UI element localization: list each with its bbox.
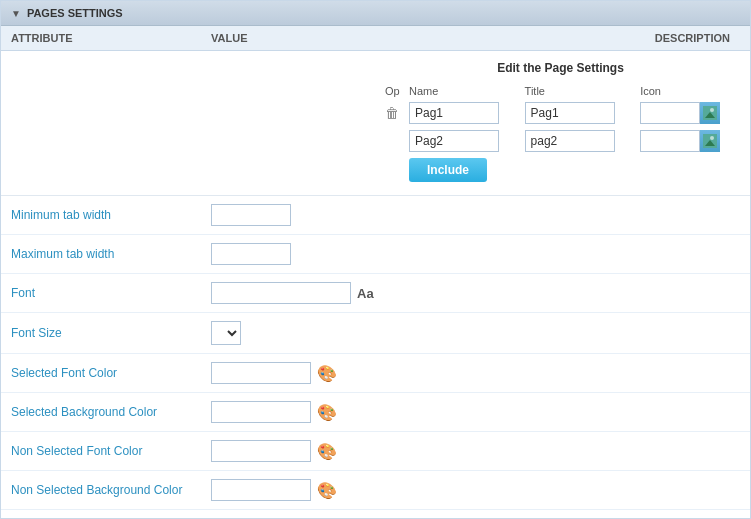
non-selected-bg-color-label: Non Selected Background Color (11, 483, 211, 497)
non-selected-font-color-label: Non Selected Font Color (11, 444, 211, 458)
col-value-label: VALUE (211, 32, 431, 44)
selected-font-color-input[interactable] (211, 362, 311, 384)
page1-icon-field (640, 102, 736, 124)
font-size-label: Font Size (11, 326, 211, 340)
non-selected-bg-color-value: 🎨 (211, 479, 337, 501)
title-header: Title (521, 83, 637, 99)
non-selected-bg-color-input[interactable] (211, 479, 311, 501)
description-panel: Edit the Page Settings Op Name Title Ico… (1, 51, 750, 196)
columns-header: ATTRIBUTE VALUE DESCRIPTION (1, 26, 750, 51)
selected-bg-color-value: 🎨 (211, 401, 337, 423)
page2-title-input[interactable] (525, 130, 615, 152)
setting-font-size: Font Size (1, 313, 750, 354)
setting-non-selected-bg-color: Non Selected Background Color 🎨 (1, 471, 750, 510)
max-tab-width-input[interactable] (211, 243, 291, 265)
font-size-value (211, 321, 241, 345)
font-preview-icon: Aa (357, 286, 374, 301)
table-row: 🗑 (381, 99, 740, 127)
table-row (381, 127, 740, 155)
page2-name-input[interactable] (409, 130, 499, 152)
min-tab-width-label: Minimum tab width (11, 208, 211, 222)
panel-header: ▼ PAGES SETTINGS (1, 1, 750, 26)
page2-icon-field (640, 130, 736, 152)
op-header: Op (381, 83, 405, 99)
selected-bg-color-picker-icon[interactable]: 🎨 (317, 403, 337, 422)
image-icon (703, 106, 717, 120)
page1-icon-input[interactable] (640, 102, 700, 124)
setting-selected-font-color: Selected Font Color 🎨 (1, 354, 750, 393)
page2-icon-input[interactable] (640, 130, 700, 152)
name-header: Name (405, 83, 521, 99)
font-label: Font (11, 286, 211, 300)
selected-font-color-label: Selected Font Color (11, 366, 211, 380)
min-tab-width-value (211, 204, 291, 226)
pages-table: Op Name Title Icon 🗑 (381, 83, 740, 185)
description-title: Edit the Page Settings (381, 61, 740, 75)
font-size-select[interactable] (211, 321, 241, 345)
page2-icon-picker-button[interactable] (700, 130, 720, 152)
panel-title: PAGES SETTINGS (27, 7, 123, 19)
non-selected-font-color-value: 🎨 (211, 440, 337, 462)
selected-font-color-value: 🎨 (211, 362, 337, 384)
non-selected-bg-color-picker-icon[interactable]: 🎨 (317, 481, 337, 500)
pages-settings-panel: ▼ PAGES SETTINGS ATTRIBUTE VALUE DESCRIP… (0, 0, 751, 519)
selected-font-color-picker-icon[interactable]: 🎨 (317, 364, 337, 383)
setting-min-tab-width: Minimum tab width (1, 196, 750, 235)
max-tab-width-label: Maximum tab width (11, 247, 211, 261)
min-tab-width-input[interactable] (211, 204, 291, 226)
max-tab-width-value (211, 243, 291, 265)
non-selected-font-color-input[interactable] (211, 440, 311, 462)
page1-icon-picker-button[interactable] (700, 102, 720, 124)
setting-selected-bg-color: Selected Background Color 🎨 (1, 393, 750, 432)
delete-row-icon[interactable]: 🗑 (385, 105, 399, 121)
font-input[interactable] (211, 282, 351, 304)
setting-font: Font Aa (1, 274, 750, 313)
icon-header: Icon (636, 83, 740, 99)
col-description-label: DESCRIPTION (431, 32, 740, 44)
include-button[interactable]: Include (409, 158, 487, 182)
selected-bg-color-input[interactable] (211, 401, 311, 423)
font-value: Aa (211, 282, 374, 304)
col-attribute-label: ATTRIBUTE (11, 32, 211, 44)
page1-title-input[interactable] (525, 102, 615, 124)
image-icon (703, 134, 717, 148)
setting-non-selected-font-color: Non Selected Font Color 🎨 (1, 432, 750, 471)
include-row: Include (381, 155, 740, 185)
page1-name-input[interactable] (409, 102, 499, 124)
non-selected-font-color-picker-icon[interactable]: 🎨 (317, 442, 337, 461)
selected-bg-color-label: Selected Background Color (11, 405, 211, 419)
setting-max-tab-width: Maximum tab width (1, 235, 750, 274)
collapse-arrow[interactable]: ▼ (11, 8, 21, 19)
